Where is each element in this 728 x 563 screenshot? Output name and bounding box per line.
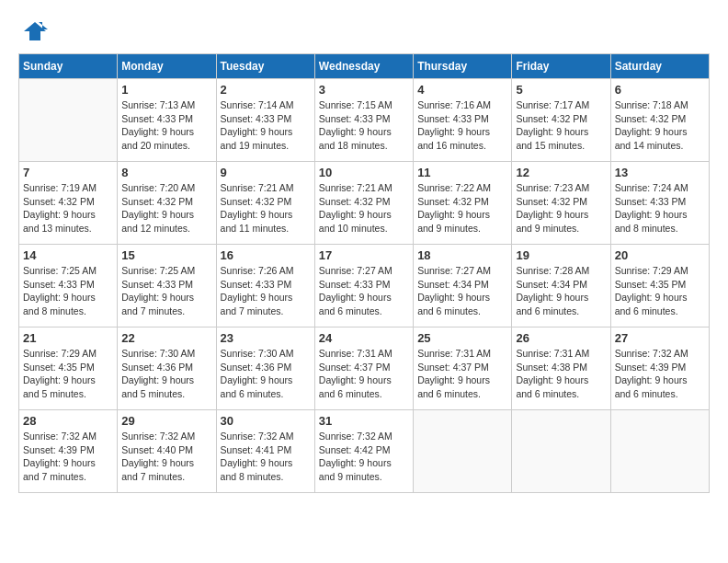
day-cell: 31Sunrise: 7:32 AMSunset: 4:42 PMDayligh… — [314, 410, 413, 493]
week-row-4: 21Sunrise: 7:29 AMSunset: 4:35 PMDayligh… — [19, 327, 710, 410]
day-number: 14 — [23, 248, 113, 262]
day-cell: 20Sunrise: 7:29 AMSunset: 4:35 PMDayligh… — [610, 245, 709, 327]
day-info: Sunrise: 7:32 AMSunset: 4:42 PMDaylight:… — [319, 430, 409, 484]
day-cell: 7Sunrise: 7:19 AMSunset: 4:32 PMDaylight… — [19, 162, 118, 245]
day-cell: 3Sunrise: 7:15 AMSunset: 4:33 PMDaylight… — [314, 79, 413, 162]
day-info: Sunrise: 7:31 AMSunset: 4:38 PMDaylight:… — [516, 347, 606, 401]
day-info: Sunrise: 7:19 AMSunset: 4:32 PMDaylight:… — [23, 181, 113, 236]
day-cell: 16Sunrise: 7:26 AMSunset: 4:33 PMDayligh… — [216, 245, 314, 327]
day-info: Sunrise: 7:32 AMSunset: 4:39 PMDaylight:… — [615, 347, 705, 401]
logo-icon — [22, 18, 48, 44]
day-cell: 10Sunrise: 7:21 AMSunset: 4:32 PMDayligh… — [314, 162, 413, 245]
day-info: Sunrise: 7:16 AMSunset: 4:33 PMDaylight:… — [417, 98, 507, 153]
col-header-tuesday: Tuesday — [216, 54, 314, 79]
day-cell: 13Sunrise: 7:24 AMSunset: 4:33 PMDayligh… — [610, 162, 709, 245]
day-number: 4 — [417, 83, 507, 97]
day-number: 10 — [319, 166, 409, 179]
day-cell: 8Sunrise: 7:20 AMSunset: 4:32 PMDaylight… — [118, 162, 216, 245]
day-info: Sunrise: 7:28 AMSunset: 4:34 PMDaylight:… — [516, 264, 606, 318]
day-number: 18 — [417, 248, 507, 262]
day-cell: 18Sunrise: 7:27 AMSunset: 4:34 PMDayligh… — [414, 245, 512, 327]
day-info: Sunrise: 7:20 AMSunset: 4:32 PMDaylight:… — [121, 181, 211, 236]
day-cell: 5Sunrise: 7:17 AMSunset: 4:32 PMDaylight… — [512, 79, 610, 162]
day-cell: 21Sunrise: 7:29 AMSunset: 4:35 PMDayligh… — [19, 327, 118, 410]
day-cell — [19, 79, 118, 162]
day-cell: 19Sunrise: 7:28 AMSunset: 4:34 PMDayligh… — [512, 245, 610, 327]
day-cell: 30Sunrise: 7:32 AMSunset: 4:41 PMDayligh… — [216, 410, 314, 493]
day-info: Sunrise: 7:17 AMSunset: 4:32 PMDaylight:… — [516, 98, 606, 153]
day-number: 2 — [221, 83, 311, 97]
col-header-wednesday: Wednesday — [314, 54, 413, 79]
day-number: 20 — [615, 248, 705, 262]
day-info: Sunrise: 7:32 AMSunset: 4:39 PMDaylight:… — [23, 430, 113, 484]
day-info: Sunrise: 7:21 AMSunset: 4:32 PMDaylight:… — [319, 181, 409, 236]
day-cell: 1Sunrise: 7:13 AMSunset: 4:33 PMDaylight… — [118, 79, 216, 162]
day-number: 27 — [615, 331, 705, 345]
day-info: Sunrise: 7:29 AMSunset: 4:35 PMDaylight:… — [23, 347, 113, 401]
day-number: 23 — [221, 331, 311, 345]
day-cell: 27Sunrise: 7:32 AMSunset: 4:39 PMDayligh… — [610, 327, 709, 410]
day-number: 11 — [417, 166, 507, 179]
col-header-thursday: Thursday — [414, 54, 512, 79]
day-number: 22 — [121, 331, 211, 345]
day-info: Sunrise: 7:27 AMSunset: 4:33 PMDaylight:… — [319, 264, 409, 318]
day-cell: 12Sunrise: 7:23 AMSunset: 4:32 PMDayligh… — [512, 162, 610, 245]
day-cell — [414, 410, 512, 493]
day-cell: 23Sunrise: 7:30 AMSunset: 4:36 PMDayligh… — [216, 327, 314, 410]
day-cell: 26Sunrise: 7:31 AMSunset: 4:38 PMDayligh… — [512, 327, 610, 410]
page-header — [18, 18, 710, 44]
col-header-friday: Friday — [512, 54, 610, 79]
day-number: 6 — [615, 83, 705, 97]
calendar-table: SundayMondayTuesdayWednesdayThursdayFrid… — [18, 53, 710, 493]
day-info: Sunrise: 7:31 AMSunset: 4:37 PMDaylight:… — [417, 347, 507, 401]
day-info: Sunrise: 7:32 AMSunset: 4:40 PMDaylight:… — [121, 430, 211, 484]
day-cell: 6Sunrise: 7:18 AMSunset: 4:32 PMDaylight… — [610, 79, 709, 162]
day-info: Sunrise: 7:27 AMSunset: 4:34 PMDaylight:… — [417, 264, 507, 318]
day-cell: 17Sunrise: 7:27 AMSunset: 4:33 PMDayligh… — [314, 245, 413, 327]
day-info: Sunrise: 7:18 AMSunset: 4:32 PMDaylight:… — [615, 98, 705, 153]
day-number: 8 — [121, 166, 211, 179]
day-number: 1 — [121, 83, 211, 97]
day-info: Sunrise: 7:32 AMSunset: 4:41 PMDaylight:… — [221, 430, 311, 484]
day-info: Sunrise: 7:24 AMSunset: 4:33 PMDaylight:… — [615, 181, 705, 236]
week-row-5: 28Sunrise: 7:32 AMSunset: 4:39 PMDayligh… — [19, 410, 710, 493]
day-cell: 14Sunrise: 7:25 AMSunset: 4:33 PMDayligh… — [19, 245, 118, 327]
day-cell: 9Sunrise: 7:21 AMSunset: 4:32 PMDaylight… — [216, 162, 314, 245]
day-cell: 22Sunrise: 7:30 AMSunset: 4:36 PMDayligh… — [118, 327, 216, 410]
day-cell: 29Sunrise: 7:32 AMSunset: 4:40 PMDayligh… — [118, 410, 216, 493]
day-number: 3 — [319, 83, 409, 97]
day-cell: 25Sunrise: 7:31 AMSunset: 4:37 PMDayligh… — [414, 327, 512, 410]
day-number: 9 — [221, 166, 311, 179]
day-info: Sunrise: 7:25 AMSunset: 4:33 PMDaylight:… — [121, 264, 211, 318]
week-row-1: 1Sunrise: 7:13 AMSunset: 4:33 PMDaylight… — [19, 79, 710, 162]
day-cell: 11Sunrise: 7:22 AMSunset: 4:32 PMDayligh… — [414, 162, 512, 245]
day-info: Sunrise: 7:30 AMSunset: 4:36 PMDaylight:… — [121, 347, 211, 401]
day-number: 25 — [417, 331, 507, 345]
day-number: 26 — [516, 331, 606, 345]
day-number: 19 — [516, 248, 606, 262]
col-header-saturday: Saturday — [610, 54, 709, 79]
day-number: 17 — [319, 248, 409, 262]
day-number: 7 — [23, 166, 113, 179]
day-info: Sunrise: 7:13 AMSunset: 4:33 PMDaylight:… — [121, 98, 211, 153]
week-row-2: 7Sunrise: 7:19 AMSunset: 4:32 PMDaylight… — [19, 162, 710, 245]
day-number: 16 — [221, 248, 311, 262]
day-number: 24 — [319, 331, 409, 345]
day-number: 29 — [121, 414, 211, 428]
day-cell: 28Sunrise: 7:32 AMSunset: 4:39 PMDayligh… — [19, 410, 118, 493]
day-cell: 4Sunrise: 7:16 AMSunset: 4:33 PMDaylight… — [414, 79, 512, 162]
day-number: 30 — [221, 414, 311, 428]
week-row-3: 14Sunrise: 7:25 AMSunset: 4:33 PMDayligh… — [19, 245, 710, 327]
day-info: Sunrise: 7:23 AMSunset: 4:32 PMDaylight:… — [516, 181, 606, 236]
header-row: SundayMondayTuesdayWednesdayThursdayFrid… — [19, 54, 710, 79]
col-header-monday: Monday — [118, 54, 216, 79]
day-info: Sunrise: 7:31 AMSunset: 4:37 PMDaylight:… — [319, 347, 409, 401]
day-cell: 24Sunrise: 7:31 AMSunset: 4:37 PMDayligh… — [314, 327, 413, 410]
day-cell: 15Sunrise: 7:25 AMSunset: 4:33 PMDayligh… — [118, 245, 216, 327]
day-info: Sunrise: 7:22 AMSunset: 4:32 PMDaylight:… — [417, 181, 507, 236]
day-number: 13 — [615, 166, 705, 179]
day-cell — [610, 410, 709, 493]
day-info: Sunrise: 7:14 AMSunset: 4:33 PMDaylight:… — [221, 98, 311, 153]
day-cell — [512, 410, 610, 493]
day-info: Sunrise: 7:15 AMSunset: 4:33 PMDaylight:… — [319, 98, 409, 153]
